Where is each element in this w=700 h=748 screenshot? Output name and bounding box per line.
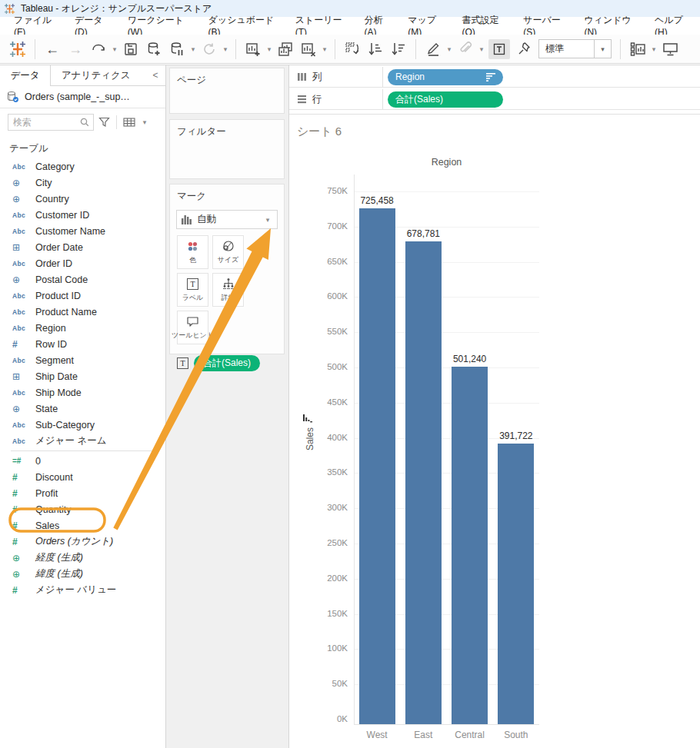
data-pane: データ アナリティクス < Orders (sample_-_sup… (0, 65, 166, 748)
filter-icon[interactable] (98, 117, 110, 128)
size-button[interactable]: サイズ (212, 235, 244, 269)
rows-shelf[interactable]: 行 合計(Sales) (289, 89, 700, 110)
field-row[interactable]: Abc メジャー ネーム (0, 433, 165, 449)
show-me-button[interactable] (628, 39, 647, 59)
pause-updates-caret-icon[interactable]: ▾ (189, 45, 197, 53)
field-row[interactable]: Abc Ship Mode (0, 384, 165, 401)
view-as-grid-icon[interactable] (123, 117, 135, 128)
duplicate-button[interactable] (276, 39, 295, 59)
detail-button[interactable]: 詳細 (212, 273, 244, 307)
field-row[interactable]: ⊕ Country (0, 191, 165, 207)
new-worksheet-button[interactable] (244, 39, 262, 59)
pages-shelf[interactable]: ページ (169, 68, 285, 114)
column-field-header: Region (354, 157, 539, 168)
pause-updates-button[interactable] (168, 39, 186, 59)
tableau-logo-button[interactable] (8, 39, 27, 59)
attach-button[interactable] (456, 39, 475, 59)
dimension-list: Abc Category ⊕ City ⊕ Country Abc Custom… (0, 158, 165, 449)
clear-sheet-caret-icon[interactable]: ▾ (321, 45, 328, 53)
label-button[interactable]: T ラベル (177, 273, 208, 307)
field-row[interactable]: Abc Product ID (0, 288, 165, 304)
field-row[interactable]: ⊕ State (0, 401, 165, 417)
field-row[interactable]: # Row ID (0, 336, 165, 352)
pane-tabs: データ アナリティクス < (0, 65, 165, 86)
show-mark-labels-button[interactable] (488, 39, 510, 59)
search-input[interactable] (8, 117, 79, 128)
back-button[interactable]: ← (43, 39, 62, 59)
field-row[interactable]: =# 0 (0, 453, 165, 469)
field-row[interactable]: ⊕ City (0, 175, 165, 191)
field-row[interactable]: ⊞ Ship Date (0, 368, 165, 384)
field-row[interactable]: Abc Category (0, 158, 165, 175)
field-row[interactable]: Abc Segment (0, 352, 165, 368)
bar-south[interactable] (498, 444, 534, 724)
save-button[interactable] (122, 39, 140, 59)
field-row[interactable]: # Discount (0, 469, 165, 485)
field-row[interactable]: Abc Sub-Category (0, 417, 165, 433)
columns-shelf[interactable]: 列 Region (289, 67, 700, 88)
mark-type-dropdown[interactable]: 自動 ▾ (176, 210, 278, 229)
axis-sort-icon[interactable] (303, 413, 312, 423)
undo-button[interactable] (89, 39, 108, 59)
fit-selector[interactable]: 標準 ▾ (538, 39, 612, 58)
sum-sales-pill[interactable]: 合計(Sales) (388, 91, 503, 108)
field-row[interactable]: ⊕ Postal Code (0, 271, 165, 288)
field-row[interactable]: ⊕ 緯度 (生成) (0, 566, 165, 582)
highlight-caret-icon[interactable]: ▾ (445, 45, 453, 53)
abc-field-icon: Abc (12, 228, 32, 235)
size-label: サイズ (218, 255, 239, 265)
globe-field-icon: ⊕ (12, 194, 32, 204)
undo-caret-icon[interactable]: ▾ (111, 45, 118, 53)
field-row[interactable]: # Sales (0, 517, 165, 534)
columns-icon (297, 72, 307, 81)
swap-axes-button[interactable] (343, 39, 362, 59)
search-box[interactable] (8, 114, 94, 131)
sort-descending-button[interactable] (389, 39, 408, 59)
sort-ascending-button[interactable] (366, 39, 385, 59)
chart-region: シート 6 Region 0K50K100K150K200K250K300K35… (289, 114, 700, 748)
fit-selector-caret-icon[interactable]: ▾ (594, 40, 611, 58)
datasource-item[interactable]: Orders (sample_-_sup… (0, 86, 165, 108)
tooltip-button[interactable]: ツールヒント (177, 311, 208, 344)
field-row[interactable]: ⊞ Order Date (0, 239, 165, 255)
presentation-mode-button[interactable] (661, 39, 679, 59)
field-row[interactable]: Abc Customer Name (0, 223, 165, 239)
refresh-caret-icon[interactable]: ▾ (222, 45, 229, 53)
forward-button[interactable]: → (66, 39, 85, 59)
refresh-button[interactable] (200, 39, 218, 59)
field-row[interactable]: Abc Order ID (0, 255, 165, 271)
mark-type-caret-icon: ▾ (264, 216, 272, 224)
color-button[interactable]: 色 (177, 235, 208, 269)
sales-label-pill[interactable]: 合計(Sales) (194, 355, 260, 371)
attach-caret-icon[interactable]: ▾ (478, 45, 485, 53)
clear-sheet-button[interactable] (299, 39, 318, 59)
tab-data[interactable]: データ (0, 65, 51, 86)
new-worksheet-caret-icon[interactable]: ▾ (265, 45, 273, 53)
bar-central[interactable] (452, 367, 488, 724)
field-row[interactable]: Abc Customer ID (0, 207, 165, 223)
field-row[interactable]: # Profit (0, 485, 165, 501)
field-row[interactable]: # Orders (カウント) (0, 534, 165, 550)
size-icon (222, 239, 235, 253)
highlight-button[interactable] (424, 39, 442, 59)
fix-axes-button[interactable] (515, 39, 533, 59)
region-pill[interactable]: Region (388, 69, 503, 85)
filters-shelf[interactable]: フィルター (169, 119, 285, 179)
field-row[interactable]: # Quantity (0, 501, 165, 517)
hash-field-icon: # (12, 585, 32, 596)
y-tick-label: 450K (289, 397, 348, 407)
globe-field-icon: ⊕ (12, 274, 32, 285)
new-datasource-button[interactable] (145, 39, 163, 59)
field-row[interactable]: Abc Product Name (0, 304, 165, 320)
bar-east[interactable] (405, 241, 442, 724)
detail-icon (222, 277, 235, 291)
bar-west[interactable] (359, 208, 395, 724)
field-row[interactable]: # メジャー バリュー (0, 582, 165, 598)
tab-analytics[interactable]: アナリティクス (51, 65, 142, 86)
collapse-pane-icon[interactable]: < (145, 65, 165, 86)
bar-value-label: 391,722 (482, 431, 551, 441)
field-row[interactable]: ⊕ 経度 (生成) (0, 550, 165, 566)
field-row[interactable]: Abc Region (0, 320, 165, 336)
view-as-caret-icon[interactable]: ▾ (141, 118, 148, 126)
show-me-caret-icon[interactable]: ▾ (650, 45, 658, 53)
